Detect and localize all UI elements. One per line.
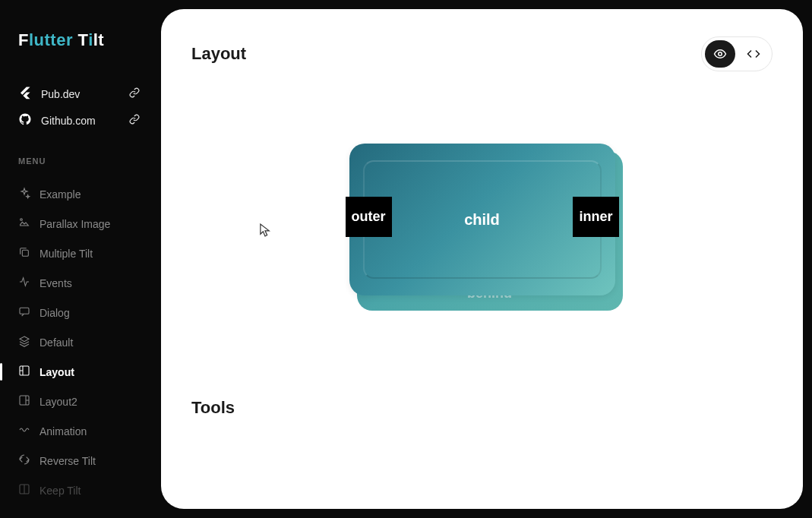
menu-label: Layout [39, 366, 74, 378]
sidebar-item-keep-tilt[interactable]: Keep Tilt [18, 475, 152, 505]
reverse-icon [18, 453, 30, 468]
section-layout: Layout behind [191, 36, 773, 345]
code-button[interactable] [738, 40, 769, 68]
menu-label: Layout2 [39, 396, 77, 408]
section-title: Layout [191, 44, 246, 64]
cursor-icon [260, 223, 270, 240]
menu-header: MENU [18, 156, 152, 166]
external-links: Pub.dev Github.com [18, 81, 152, 134]
tilt-main-layer: child outer inner [349, 144, 615, 295]
menu-label: Parallax Image [39, 218, 110, 230]
sparkle-icon [18, 187, 30, 201]
image-icon [18, 216, 30, 231]
tilt-border [363, 160, 602, 279]
brand-part: lutter [29, 30, 78, 49]
link-label: Github.com [41, 115, 96, 127]
layout2-icon [18, 394, 30, 409]
pin-icon [18, 483, 30, 497]
tools-title: Tools [191, 398, 773, 418]
menu-label: Default [39, 336, 73, 349]
menu-label: Keep Tilt [39, 485, 81, 497]
brand-title: Flutter Tilt [18, 30, 152, 50]
preview-button[interactable] [705, 40, 735, 68]
wave-icon [18, 424, 30, 438]
svg-point-5 [719, 52, 722, 56]
sidebar-item-dialog[interactable]: Dialog [18, 298, 152, 327]
sidebar-item-layout2[interactable]: Layout2 [18, 387, 152, 416]
external-link-icon [129, 87, 140, 100]
sidebar-item-default[interactable]: Default [18, 327, 152, 357]
brand-part: i [88, 30, 93, 49]
menu-label: Multiple Tilt [39, 248, 93, 260]
sidebar-item-parallax[interactable]: Parallax Image [18, 209, 152, 238]
section-header: Layout [191, 36, 773, 71]
layout-icon [18, 365, 30, 379]
layers-icon [18, 335, 30, 349]
demo-area[interactable]: behind child outer inner [191, 102, 773, 345]
inner-label: inner [573, 197, 618, 237]
menu-label: Events [39, 277, 72, 289]
link-pubdev[interactable]: Pub.dev [18, 81, 152, 107]
github-icon [18, 112, 32, 128]
svg-rect-0 [22, 250, 28, 256]
sidebar: Flutter Tilt Pub.dev Github.com [0, 0, 152, 518]
sidebar-item-example[interactable]: Example [18, 179, 152, 209]
activity-icon [18, 276, 30, 290]
menu-list: Example Parallax Image Multiple Tilt Eve… [18, 179, 152, 505]
message-icon [18, 305, 30, 320]
view-toggle [701, 36, 773, 71]
brand-part: F [18, 30, 29, 49]
sidebar-item-reverse-tilt[interactable]: Reverse Tilt [18, 446, 152, 475]
menu-label: Reverse Tilt [39, 455, 96, 467]
sidebar-item-layout[interactable]: Layout [18, 357, 152, 387]
flutter-icon [18, 86, 32, 102]
link-github[interactable]: Github.com [18, 107, 152, 134]
content-area: Layout behind [152, 0, 812, 518]
outer-label: outer [346, 197, 392, 237]
tilt-demo[interactable]: behind child outer inner [349, 144, 615, 303]
brand-part: T [78, 30, 89, 49]
section-tools: Tools [191, 383, 773, 418]
menu-label: Dialog [39, 307, 70, 319]
copy-icon [18, 246, 30, 261]
menu-label: Animation [39, 425, 87, 437]
sidebar-item-events[interactable]: Events [18, 268, 152, 298]
sidebar-item-multiple-tilt[interactable]: Multiple Tilt [18, 238, 152, 268]
brand-part: lt [93, 30, 104, 49]
sidebar-item-animation[interactable]: Animation [18, 416, 152, 446]
svg-rect-1 [20, 308, 29, 314]
menu-label: Example [39, 188, 81, 201]
main-panel: Layout behind [161, 9, 803, 509]
external-link-icon [129, 114, 140, 127]
link-label: Pub.dev [41, 88, 80, 100]
